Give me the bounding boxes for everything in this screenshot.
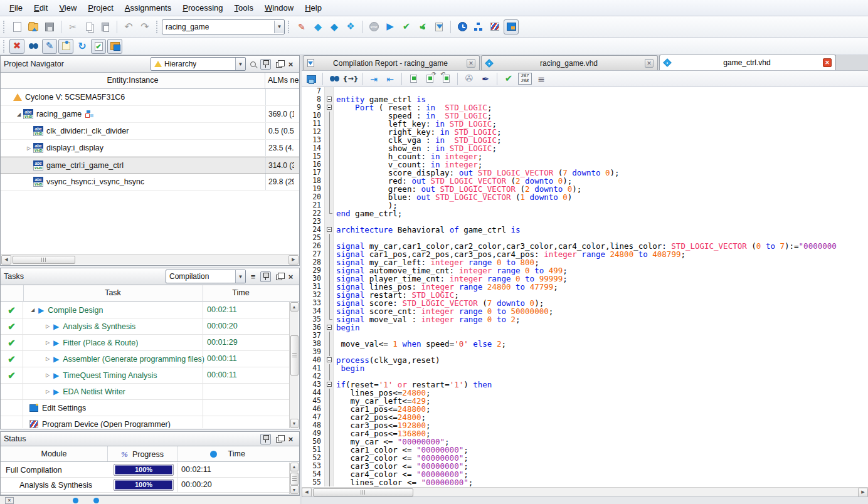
start-task-icon[interactable]: ✔ [415, 19, 430, 34]
pin-planner-icon[interactable]: ◆ [327, 19, 342, 34]
expander-collapsed-icon[interactable]: ▷ [24, 145, 33, 151]
search-icon[interactable] [248, 59, 258, 70]
refresh-icon[interactable]: ↻ [75, 39, 90, 54]
menu-file[interactable]: File [4, 1, 28, 16]
design-check-icon[interactable]: ✔ [91, 39, 106, 54]
close-icon[interactable]: × [5, 497, 14, 504]
code-line[interactable]: 35signal move_val : integer range 0 to 2… [302, 315, 868, 323]
close-tab-icon[interactable]: ✕ [645, 59, 654, 68]
comment-icon[interactable]: ✒ [478, 71, 493, 87]
attach-icon[interactable]: ✇ [462, 71, 477, 87]
column-task[interactable]: Task [23, 285, 203, 301]
tree-item[interactable]: abcVHDvsync_hsync:i_vsync_hsync29.8 (29. [1, 174, 299, 191]
new-file-icon[interactable] [9, 19, 24, 34]
line-counter[interactable]: 267268 [517, 71, 532, 87]
close-icon[interactable]: × [285, 434, 296, 444]
status-vscrollbar[interactable]: ▲ ▼ [289, 463, 299, 494]
code-line[interactable]: 41 begin [302, 364, 868, 372]
pin-icon[interactable] [260, 434, 271, 444]
fold-box-icon[interactable] [327, 105, 332, 110]
pin-icon[interactable] [260, 271, 271, 282]
toolbar-grip[interactable] [3, 40, 6, 53]
analysis-synthesis-icon[interactable]: ✔ [399, 19, 414, 34]
code-editor[interactable]: 78entity game_ctrl is9 Port ( reset : in… [302, 87, 868, 487]
fold-box-icon[interactable] [327, 357, 332, 362]
expander-collapsed-icon[interactable]: ▷ [43, 340, 52, 345]
project-selector[interactable]: racing_game ▼ [162, 19, 285, 34]
partition-icon[interactable] [487, 19, 502, 34]
prev-bookmark-icon[interactable] [438, 71, 453, 87]
fold-box-icon[interactable] [327, 325, 332, 330]
scroll-down-icon[interactable]: ▼ [290, 419, 299, 428]
programmer-icon[interactable] [504, 19, 519, 34]
pin-icon[interactable] [260, 59, 271, 70]
code-line[interactable]: 22end game_ctrl; [302, 209, 868, 218]
undo-icon[interactable]: ↶ [121, 19, 136, 34]
find-icon[interactable] [327, 71, 342, 87]
tree-item[interactable]: ▷abcVHDdisplay:i_display23.5 (4.5 [1, 140, 299, 157]
editor-tab-game-ctrl-vhd[interactable]: game_ctrl.vhd✕ [659, 55, 836, 70]
next-bookmark-icon[interactable] [422, 71, 437, 87]
tasks-view-selector[interactable]: Compilation ▼ [166, 270, 246, 283]
float-window-icon[interactable] [273, 59, 283, 70]
column-entity-instance[interactable]: Entity:Instance [1, 73, 265, 88]
menu-project[interactable]: Project [82, 1, 119, 16]
fold-box-icon[interactable] [327, 227, 332, 232]
menu-icon[interactable]: ≡ [248, 271, 258, 282]
navigator-view-selector[interactable]: Hierarchy ▼ [151, 57, 246, 71]
navigator-hscrollbar[interactable]: ◀ ▶ [1, 254, 299, 265]
bookmark-icon[interactable] [406, 71, 421, 87]
tree-item[interactable]: abcVHDclk_divider:i_clk_divider0.5 (0.5) [1, 123, 299, 140]
expander-expanded-icon[interactable]: ◢ [14, 112, 23, 117]
check-syntax-icon[interactable]: ✔ [501, 71, 516, 87]
column-time[interactable]: Time [203, 285, 279, 301]
netlist-viewer-icon[interactable] [471, 19, 486, 34]
timequest-icon[interactable] [455, 19, 470, 34]
stop-icon[interactable] [366, 19, 381, 34]
status-column-header[interactable]: Module % Progress Time [1, 446, 299, 462]
find-binoculars-icon[interactable] [26, 39, 41, 54]
scroll-left-icon[interactable]: ◀ [1, 255, 11, 265]
unindent-icon[interactable]: ⇤ [383, 71, 398, 87]
menu-tools[interactable]: Tools [229, 1, 259, 16]
toolbar-grip[interactable] [3, 21, 6, 33]
open-file-icon[interactable] [26, 19, 41, 34]
menu-processing[interactable]: Processing [177, 1, 228, 16]
stop-process-icon[interactable]: ✖ [9, 39, 24, 54]
scrollbar-thumb[interactable] [290, 335, 299, 375]
column-module[interactable]: Module [1, 446, 107, 462]
scroll-right-icon[interactable]: ▶ [858, 488, 868, 497]
fold-box-icon[interactable] [327, 382, 332, 387]
navigator-column-header[interactable]: Entity:Instance ALMs ne [1, 73, 299, 89]
paste-icon[interactable] [98, 19, 113, 34]
scroll-left-icon[interactable]: ◀ [302, 488, 312, 497]
menu-assignments[interactable]: Assignments [119, 1, 177, 16]
detach-window-icon[interactable] [304, 71, 319, 87]
task-row[interactable]: ✔▷▶TimeQuest Timing Analysis00:00:11 [1, 367, 289, 384]
close-icon[interactable]: × [285, 271, 296, 282]
expander-collapsed-icon[interactable]: ▷ [43, 389, 52, 394]
tree-item[interactable]: ◢abcVHDracing_game369.0 (1. [1, 106, 299, 123]
column-time[interactable]: Time [177, 446, 278, 462]
close-tab-icon[interactable]: ✕ [823, 58, 832, 67]
code-line[interactable]: 55 lines_color <= "00000000"; [302, 478, 868, 486]
cut-icon[interactable]: ✂ [65, 19, 80, 34]
code-line[interactable]: 40process(clk_vga,reset) [302, 356, 868, 364]
code-line[interactable]: 36begin [302, 323, 868, 332]
code-line[interactable]: 24architecture Behavioral of game_ctrl i… [302, 226, 868, 234]
save-icon[interactable] [42, 19, 57, 34]
column-progress[interactable]: % Progress [108, 446, 177, 463]
task-row[interactable]: ✔▷▶Assembler (Generate programming files… [1, 351, 289, 367]
menu-view[interactable]: View [53, 1, 82, 16]
expander-collapsed-icon[interactable]: ▷ [43, 372, 52, 378]
menu-help[interactable]: Help [299, 1, 327, 16]
tree-item[interactable]: Cyclone V: 5CSEMA5F31C6 [1, 89, 299, 106]
scrollbar-thumb[interactable] [313, 488, 413, 496]
tree-item[interactable]: abcVHDgame_ctrl:i_game_ctrl314.0 (31 [1, 157, 299, 174]
status-row[interactable]: Analysis & Synthesis100%00:00:20 [1, 478, 289, 493]
start-compilation-icon[interactable]: ▶ [383, 19, 398, 34]
expander-expanded-icon[interactable]: ◢ [28, 307, 37, 313]
scrollbar-thumb[interactable] [13, 256, 75, 264]
task-row[interactable]: ✔▷▶Analysis & Synthesis00:00:20 [1, 318, 289, 335]
scroll-down-icon[interactable]: ▼ [290, 485, 299, 494]
